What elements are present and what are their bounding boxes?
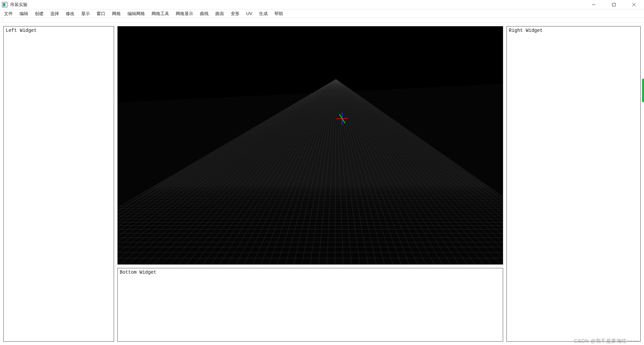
menu-editmesh[interactable]: 编辑网格 xyxy=(124,10,148,17)
viewport-3d[interactable] xyxy=(117,26,503,265)
center-column: Bottom Widget xyxy=(117,26,503,342)
workspace: Left Widget Bottom Widget Right Widget xyxy=(0,23,644,345)
watermark: CSDN @我不是萧海哇~~~~ xyxy=(574,338,639,344)
toolbar-strip: : xyxy=(0,18,644,23)
close-icon xyxy=(632,3,636,7)
side-handle[interactable] xyxy=(642,79,644,102)
menu-deform[interactable]: 变形 xyxy=(227,10,243,17)
minimize-button[interactable] xyxy=(588,1,600,9)
maximize-icon xyxy=(612,3,616,7)
menu-select[interactable]: 选择 xyxy=(47,10,62,17)
menu-file[interactable]: 文件 xyxy=(1,10,16,17)
close-button[interactable] xyxy=(628,1,640,9)
right-panel: Right Widget xyxy=(506,26,641,342)
grid-plane xyxy=(118,26,503,264)
menu-curve[interactable]: 曲线 xyxy=(197,10,212,17)
menu-help[interactable]: 帮助 xyxy=(271,10,286,17)
svg-rect-1 xyxy=(612,3,615,6)
menu-display[interactable]: 显示 xyxy=(78,10,93,17)
bottom-panel-label: Bottom Widget xyxy=(120,270,156,275)
left-panel: Left Widget xyxy=(3,26,114,342)
titlebar: 吊装实验 xyxy=(0,0,644,9)
menubar: 文件 编辑 创建 选择 修改 显示 窗口 网格 编辑网格 网格工具 网格显示 曲… xyxy=(0,9,644,18)
menu-generate[interactable]: 生成 xyxy=(256,10,271,17)
app-icon xyxy=(2,2,7,7)
menu-uv[interactable]: UV xyxy=(243,10,256,17)
menu-mesh[interactable]: 网格 xyxy=(109,10,124,17)
right-panel-label: Right Widget xyxy=(509,28,543,33)
watermark-text: CSDN @我不是萧海哇~~~~ xyxy=(574,338,639,344)
window-controls xyxy=(588,1,642,9)
menu-meshtools[interactable]: 网格工具 xyxy=(148,10,172,17)
menu-surface[interactable]: 曲面 xyxy=(212,10,227,17)
menu-modify[interactable]: 修改 xyxy=(62,10,78,17)
left-panel-label: Left Widget xyxy=(6,28,37,33)
toolbar-hint: : xyxy=(2,18,3,22)
menu-meshdisplay[interactable]: 网格显示 xyxy=(172,10,197,17)
menu-window[interactable]: 窗口 xyxy=(93,10,109,17)
minimize-icon xyxy=(592,3,596,7)
menu-edit[interactable]: 编辑 xyxy=(16,10,32,17)
maximize-button[interactable] xyxy=(608,1,620,9)
menu-create[interactable]: 创建 xyxy=(32,10,47,17)
window-title: 吊装实验 xyxy=(10,2,28,8)
bottom-panel: Bottom Widget xyxy=(117,268,503,342)
